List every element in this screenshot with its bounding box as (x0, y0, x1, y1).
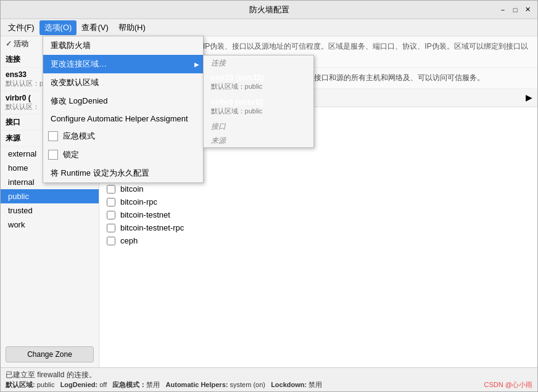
menu-emergency[interactable]: 应急模式 (43, 127, 203, 145)
menu-runtime-permanent[interactable]: 将 Runtime 设定为永久配置 (43, 164, 203, 182)
virbr0-submenu-name: virbr0 (virbr0) (211, 97, 306, 107)
emergency-checkbox (48, 131, 58, 141)
menu-lockdown[interactable]: 锁定 (43, 145, 203, 164)
submenu-section-interface: 接口 (204, 119, 313, 133)
menu-modify-log[interactable]: 修改 LogDenied (43, 92, 203, 110)
menu-reload[interactable]: 重载防火墙 (43, 36, 203, 55)
menu-configure-helper[interactable]: Configure Automatic Helper Assigment (43, 110, 203, 127)
submenu-virbr0[interactable]: virbr0 (virbr0) 默认区域：public (204, 94, 313, 119)
menu-change-default[interactable]: 改变默认区域 (43, 73, 203, 92)
submenu-arrow: ▶ (194, 61, 199, 68)
ens33-submenu-detail: 默认区域：public (211, 82, 306, 91)
submenu-section-source: 来源 (204, 133, 313, 147)
menu-change-zone[interactable]: 更改连接区域… ▶ 连接 ens33 (ens33) 默认区域：public v… (43, 55, 203, 73)
submenu-section-connections: 连接 (204, 55, 313, 70)
submenu-ens33[interactable]: ens33 (ens33) 默认区域：public (204, 70, 313, 94)
main-window: 防火墙配置 − □ ✕ 文件(F) 选项(O) 查看(V) 帮助(H) ✓ 活动… (0, 0, 538, 392)
submenu-connections: 连接 ens33 (ens33) 默认区域：public virbr0 (vir… (203, 55, 314, 148)
ens33-submenu-name: ens33 (ens33) (211, 73, 306, 82)
lockdown-checkbox (48, 150, 58, 160)
virbr0-submenu-detail: 默认区域：public (211, 107, 306, 116)
menu-overlay: 重载防火墙 更改连接区域… ▶ 连接 ens33 (ens33) 默认区域：pu… (1, 1, 537, 391)
options-dropdown: 重载防火墙 更改连接区域… ▶ 连接 ens33 (ens33) 默认区域：pu… (43, 36, 204, 183)
